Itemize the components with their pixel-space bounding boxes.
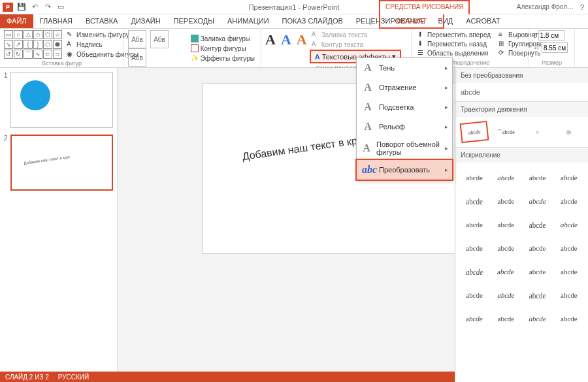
transform-option[interactable]: abcde [461,238,488,258]
ribbon: ▭○△◇⬠☆ ↘↗{}⬡⬢ ↺↻⌒∿⊂⊃ ✎Изменить фигуру AН… [0,29,588,68]
group-insert-shapes: ▭○△◇⬠☆ ↘↗{}⬡⬢ ↺↻⌒∿⊂⊃ ✎Изменить фигуру AН… [0,29,124,67]
section-no-transform: Без преобразования [455,68,588,83]
chevron-right-icon: ▸ [445,104,448,110]
tab-slideshow[interactable]: ПОКАЗ СЛАЙДОВ [276,14,350,28]
label: Переместить вперед [427,31,491,39]
tab-format[interactable]: ФОРМАТ [379,14,444,29]
label: Область выделения [427,50,489,57]
label: Контур фигуры [201,45,246,52]
start-slideshow-icon[interactable]: ▭ [56,3,65,12]
group-size: ↕ ↔ Размер [529,29,575,67]
wordart-gallery[interactable]: A A A [265,30,307,50]
section-follow-path: Траектория движения [455,102,588,117]
chevron-right-icon: ▸ [445,65,448,71]
transform-option[interactable]: ⌒abcde [492,122,519,142]
transform-option[interactable]: abcde [524,283,551,307]
selection-pane-button[interactable]: ☰Область выделения [416,48,493,57]
text-fill-button[interactable]: AЗаливка текста [310,30,401,39]
bring-forward-button[interactable]: ⬆Переместить вперед [416,30,493,39]
menu-glow[interactable]: AПодсветка▸ [357,97,452,117]
height-icon: ↕ [533,31,537,39]
transform-option[interactable]: abcde [491,262,522,281]
chevron-right-icon: ▸ [445,84,448,91]
transform-option[interactable]: abcde [461,189,488,213]
label: Изменить фигуру [76,31,129,39]
menu-bevel[interactable]: AРельеф▸ [357,117,452,136]
width-input[interactable] [542,42,568,53]
transform-option[interactable]: abcde [492,309,519,328]
transform-option[interactable]: abcde [553,168,585,187]
transform-option[interactable]: abcde [555,215,583,234]
menu-transform[interactable]: abcПреобразовать▸ [355,159,453,181]
transform-option[interactable]: abcde [555,191,583,211]
shape-gallery[interactable]: ▭○△◇⬠☆ ↘↗{}⬡⬢ ↺↻⌒∿⊂⊃ [4,30,62,59]
quick-access-toolbar: P 💾 ↶ ↷ ▭ [0,3,65,12]
tab-insert[interactable]: ВСТАВКА [79,14,124,28]
transform-option[interactable]: abcde [555,285,583,305]
transform-option[interactable]: abcde [524,309,551,328]
label: Отражение [379,84,417,91]
save-icon[interactable]: 💾 [17,3,26,12]
height-input[interactable] [538,30,564,40]
transform-option[interactable]: abcde [492,285,519,305]
label: Надпись [76,41,103,48]
label: Переместить назад [427,40,487,48]
transform-option[interactable]: abcde [524,168,551,187]
transform-option[interactable]: abcde [524,213,551,236]
send-backward-button[interactable]: ⬇Переместить назад [416,39,493,48]
shape-outline-button[interactable]: Контур фигуры [189,44,257,53]
shape-effects-button[interactable]: ✨Эффекты фигуры [189,54,257,63]
shape-style-gallery[interactable]: Абв Абв Абв [128,30,186,67]
undo-icon[interactable]: ↶ [30,3,39,12]
label: Подсветка [379,103,414,111]
help-icon[interactable]: ? [580,3,584,11]
menu-shadow[interactable]: AТень▸ [357,58,452,78]
tab-transitions[interactable]: ПЕРЕХОДЫ [167,14,221,28]
slide-thumbnail-2[interactable]: Добавим наш текст в круг [10,135,113,191]
transform-option[interactable]: abcde [492,215,519,234]
menu-3d-rotation[interactable]: AПоворот объемной фигуры▸ [357,136,452,160]
transform-option[interactable]: abcde [524,262,551,281]
transform-option[interactable]: abcde [459,309,490,328]
transform-option[interactable]: abcde [492,168,519,187]
tab-design[interactable]: ДИЗАЙН [124,14,167,28]
transform-option[interactable]: ○ [524,122,551,142]
tab-acrobat[interactable]: ACROBAT [459,14,506,28]
transform-option[interactable]: abcde [492,191,519,211]
transform-option[interactable]: abcde [555,238,583,258]
transform-option[interactable]: abcde [524,238,551,258]
option-no-transform[interactable]: abcde [455,83,588,101]
label: Заливка фигуры [201,35,250,42]
transform-option-arch[interactable]: abcde [460,121,489,143]
label: Преобразовать [379,166,430,174]
transform-option[interactable]: abcde [461,215,488,234]
curved-text[interactable]: Добавим наш текст в круг [242,134,367,163]
width-icon: ↔ [533,44,540,52]
label: Рельеф [379,123,405,131]
slide-thumbnails: 1 2 Добавим наш текст в круг [0,68,118,372]
title-bar: P 💾 ↶ ↷ ▭ Презентация1 - PowerPoint СРЕД… [0,0,588,14]
transform-option[interactable]: abcde [555,262,583,281]
menu-reflection[interactable]: AОтражение▸ [357,78,452,97]
language-indicator[interactable]: РУССКИЙ [58,374,89,381]
shape-fill-button[interactable]: Заливка фигуры [189,34,257,43]
transform-option[interactable]: ◎ [555,122,583,142]
window-title: Презентация1 - PowerPoint [249,3,340,11]
transform-option[interactable]: abcde [461,168,488,187]
redo-icon[interactable]: ↷ [43,3,52,12]
transform-option[interactable]: abcde [461,260,488,283]
tab-file[interactable]: ФАЙЛ [0,14,33,28]
label: Поворот объемной фигуры [376,140,447,156]
transform-option[interactable]: abcde [461,285,488,305]
contextual-tab-drawing-tools[interactable]: СРЕДСТВА РИСОВАНИЯ [379,0,470,14]
slide-thumbnail-1[interactable] [10,72,113,128]
label: Контур текста [321,41,363,48]
text-outline-button[interactable]: AКонтур текста [310,40,401,49]
transform-option[interactable]: abcde [555,309,583,328]
transform-option[interactable]: abcde [492,238,519,258]
tab-animations[interactable]: АНИМАЦИИ [221,14,276,28]
label: Тень [379,64,395,72]
transform-option[interactable]: abcde [524,191,551,211]
thumb-number: 1 [4,72,8,79]
tab-home[interactable]: ГЛАВНАЯ [33,14,79,28]
